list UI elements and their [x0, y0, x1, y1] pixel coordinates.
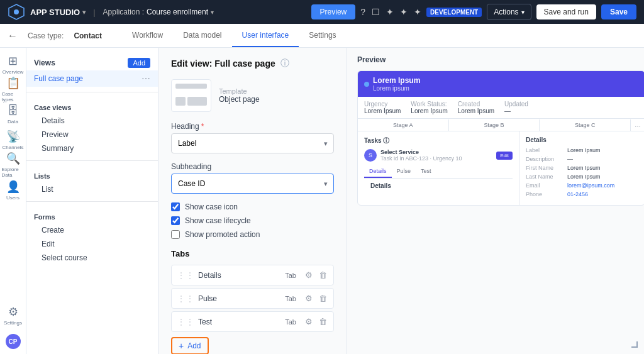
preview-case-name: Lorem Ipsum: [373, 76, 420, 85]
add-tab-button[interactable]: + Add: [171, 337, 209, 354]
template-info: Template Object page: [219, 87, 260, 104]
sidebar-item-channels[interactable]: 📡 Channels: [2, 128, 25, 151]
help-icon[interactable]: ?: [360, 7, 365, 17]
mid-item-summary[interactable]: Summary: [26, 141, 158, 155]
preview-button[interactable]: Preview: [311, 4, 356, 19]
mid-item-edit[interactable]: Edit: [26, 237, 158, 251]
mid-divider: [26, 92, 158, 92]
resize-handle[interactable]: [629, 339, 639, 349]
preview-frame: Lorem Ipsum Lorem ipsum Urgency Lorem Ip…: [357, 70, 644, 206]
show-case-icon-label: Show case icon: [185, 202, 238, 211]
tab-settings[interactable]: Settings: [299, 25, 346, 47]
preview-left-col: Tasks ⓘ S Select Service Task id in ABC-…: [358, 131, 519, 205]
field-row-firstname: First Name Lorem Ipsum: [526, 165, 638, 171]
preview-detail-section: Details: [364, 179, 513, 197]
preview-stage-a: Stage A: [358, 119, 449, 131]
app-studio-logo: [8, 3, 25, 21]
show-case-icon-checkbox[interactable]: [171, 202, 180, 211]
views-section-header: Views Add: [26, 55, 158, 70]
tab-row-test: ⋮⋮ Test Tab ⚙ 🗑: [171, 311, 334, 332]
mid-divider-3: [26, 201, 158, 202]
preview-stage-b: Stage B: [449, 119, 540, 131]
mid-item-list[interactable]: List: [26, 182, 158, 196]
case-types-icon: 📋: [6, 76, 20, 90]
secondbar-tabs: Workflow Data model User interface Setti…: [122, 25, 347, 47]
preview-stage-more: …: [631, 119, 644, 131]
preview-task-edit-button[interactable]: Edit: [496, 152, 513, 160]
preview-created: Created Lorem Ipsum: [458, 101, 494, 114]
preview-updated: Updated —: [504, 101, 528, 114]
drag-handle-test[interactable]: ⋮⋮: [177, 317, 194, 327]
preview-task-row: S Select Service Task id in ABC-123 · Ur…: [364, 149, 513, 162]
tab-delete-pulse[interactable]: 🗑: [318, 292, 328, 304]
data-icon: 🗄: [8, 104, 19, 118]
left-sidebar: ⊞ Overview 📋 Case types 🗄 Data 📡 Channel…: [0, 48, 26, 354]
preview-tasks-title: Tasks ⓘ: [364, 136, 513, 145]
tab-settings-details[interactable]: ⚙: [304, 269, 314, 281]
users-icon: 👤: [6, 180, 20, 194]
topbar-icons: ? ☐ ✦ ✦ ✦: [360, 7, 421, 17]
show-case-lifecycle-label: Show case lifecycle: [185, 216, 251, 225]
tab-data-model[interactable]: Data model: [173, 25, 231, 47]
drag-handle-pulse[interactable]: ⋮⋮: [177, 294, 194, 304]
drag-handle-details[interactable]: ⋮⋮: [177, 270, 194, 280]
actions-button[interactable]: Actions ▾: [487, 4, 531, 20]
mid-item-create[interactable]: Create: [26, 223, 158, 237]
sidebar-item-case-types[interactable]: 📋 Case types: [2, 78, 25, 101]
preview-work-status: Work Status: Lorem Ipsum: [411, 101, 447, 114]
views-add-button[interactable]: Add: [128, 58, 150, 68]
mid-panel: Views Add Full case page ⋯ Case views De…: [26, 48, 158, 354]
subheading-select[interactable]: Case ID: [171, 174, 334, 194]
sidebar-item-data[interactable]: 🗄 Data: [2, 103, 25, 126]
edit-panel: Edit view: Full case page ⓘ Template Obj…: [158, 48, 347, 354]
preview-details-title: Details: [370, 182, 506, 189]
sidebar-item-settings[interactable]: ⚙ Settings: [2, 304, 25, 326]
field-row-email: Email lorem@ipsum.com: [526, 182, 638, 189]
mid-item-dots-icon[interactable]: ⋯: [142, 74, 150, 84]
preview-tabs-bar: Details Pulse Test: [364, 165, 513, 179]
save-and-run-button[interactable]: Save and run: [536, 4, 596, 19]
preview-meta: Urgency Lorem Ipsum Work Status: Lorem I…: [358, 97, 644, 119]
subheading-label: Subheading: [171, 162, 334, 171]
tabs-section-title: Tabs: [171, 249, 334, 258]
main-content: ⊞ Overview 📋 Case types 🗄 Data 📡 Channel…: [0, 48, 644, 354]
tabs-list: ⋮⋮ Details Tab ⚙ 🗑 ⋮⋮ Pulse Tab ⚙ 🗑 ⋮⋮ T…: [171, 265, 334, 332]
tab-workflow[interactable]: Workflow: [122, 25, 173, 47]
preview-tab-details[interactable]: Details: [364, 165, 392, 178]
case-type-label: Case type:: [28, 31, 64, 40]
show-promoted-action-checkbox[interactable]: [171, 230, 180, 239]
mid-item-preview[interactable]: Preview: [26, 128, 158, 141]
save-button[interactable]: Save: [601, 4, 636, 19]
sidebar-item-explore-data[interactable]: 🔍 Explore Data: [2, 153, 25, 176]
tab-settings-test[interactable]: ⚙: [304, 316, 314, 328]
show-case-lifecycle-checkbox[interactable]: [171, 216, 180, 225]
preview-panel: Preview Lorem Ipsum Lorem ipsum Urgency …: [347, 48, 644, 354]
tab-user-interface[interactable]: User interface: [232, 25, 299, 47]
star-icon[interactable]: ✦: [386, 7, 394, 17]
preview-title: Preview: [357, 55, 644, 64]
heading-select[interactable]: Label: [171, 133, 334, 153]
mid-item-details[interactable]: Details: [26, 114, 158, 128]
template-row: Template Object page: [171, 79, 334, 112]
tab-settings-pulse[interactable]: ⚙: [304, 292, 314, 304]
overview-icon: ⊞: [8, 54, 18, 68]
field-row-phone: Phone 01-2456: [526, 191, 638, 197]
breadcrumb: Application : Course enrollment ▾: [103, 8, 214, 16]
show-case-icon-row: Show case icon: [171, 202, 334, 211]
user-avatar[interactable]: CP: [6, 334, 21, 349]
mid-item-full-case-page[interactable]: Full case page ⋯: [26, 70, 158, 87]
tab-delete-details[interactable]: 🗑: [318, 269, 328, 281]
preview-tab-test[interactable]: Test: [416, 165, 436, 178]
sidebar-item-overview[interactable]: ⊞ Overview: [2, 53, 25, 75]
share-icon[interactable]: ✦: [414, 7, 421, 17]
preview-tab-pulse[interactable]: Pulse: [392, 165, 416, 178]
chat-icon[interactable]: ☐: [372, 7, 380, 17]
case-views-title: Case views: [26, 97, 158, 114]
mid-item-select-course[interactable]: Select course: [26, 251, 158, 265]
sidebar-item-users[interactable]: 👤 Users: [2, 179, 25, 201]
lists-title: Lists: [26, 166, 158, 182]
bell-icon[interactable]: ✦: [400, 7, 408, 17]
back-button[interactable]: ←: [8, 30, 18, 41]
field-row-description: Description —: [526, 156, 638, 162]
tab-delete-test[interactable]: 🗑: [318, 316, 328, 328]
